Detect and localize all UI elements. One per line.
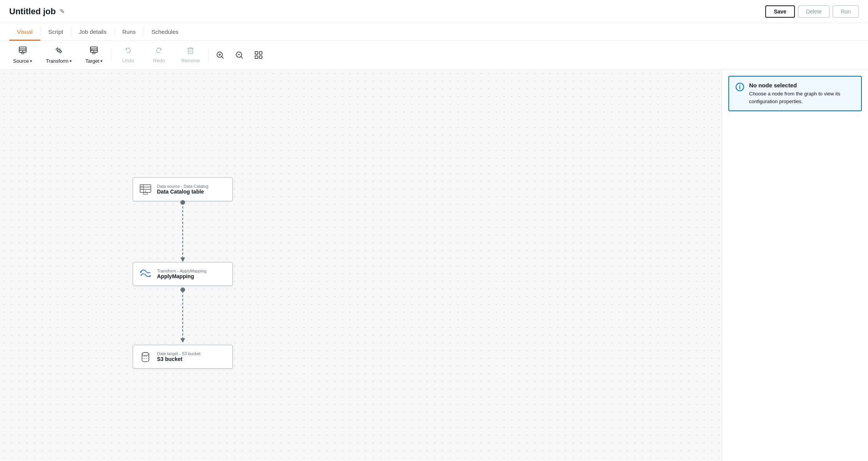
svg-line-22 (241, 57, 243, 58)
data-catalog-icon (139, 182, 152, 196)
toolbar-divider-1 (111, 48, 111, 62)
svg-rect-38 (141, 188, 142, 189)
header-buttons: Save Delete Run (765, 5, 859, 18)
svg-rect-37 (141, 185, 143, 187)
info-icon (735, 82, 744, 94)
transform-dropdown-arrow: ▾ (70, 59, 72, 63)
node1-content: Data source - Data Catalog Data Catalog … (157, 184, 208, 195)
svg-point-39 (140, 271, 142, 273)
source-dropdown-arrow: ▾ (30, 59, 32, 63)
node-data-catalog[interactable]: Data source - Data Catalog Data Catalog … (133, 177, 233, 201)
remove-label: Remove (181, 58, 200, 63)
svg-rect-23 (255, 52, 258, 54)
svg-rect-25 (255, 56, 258, 58)
redo-label: Redo (153, 58, 165, 63)
main-content: Data source - Data Catalog Data Catalog … (0, 70, 868, 461)
connector-dot-1 (180, 200, 185, 205)
node3-content: Data target - S3 bucket S3 bucket (157, 351, 200, 362)
toolbar: Source ▾ Transform ▾ (0, 41, 868, 70)
canvas-svg (0, 70, 722, 461)
zoom-in-button[interactable] (210, 48, 230, 62)
svg-line-19 (222, 57, 224, 58)
header: Untitled job ✎ Save Delete Run (0, 0, 868, 23)
node-s3-bucket[interactable]: Data target - S3 bucket S3 bucket (133, 345, 233, 369)
svg-marker-30 (180, 338, 185, 343)
redo-icon (155, 47, 163, 56)
run-button[interactable]: Run (833, 5, 859, 18)
tab-schedules[interactable]: Schedules (144, 23, 186, 41)
connector-dot-2 (180, 287, 185, 292)
svg-rect-26 (259, 56, 262, 58)
info-panel: No node selected Choose a node from the … (722, 70, 868, 461)
no-node-selected-box: No node selected Choose a node from the … (728, 76, 862, 111)
transform-icon (55, 46, 63, 57)
delete-button[interactable]: Delete (798, 5, 830, 18)
canvas[interactable]: Data source - Data Catalog Data Catalog … (0, 70, 722, 461)
node2-name: ApplyMapping (157, 273, 207, 279)
target-dropdown-arrow: ▾ (100, 59, 102, 63)
source-toolbar-item[interactable]: Source ▾ (6, 44, 39, 66)
node-apply-mapping[interactable]: Transform - ApplyMapping ApplyMapping (133, 262, 233, 286)
edit-icon[interactable]: ✎ (60, 8, 65, 15)
undo-icon (124, 47, 132, 56)
node3-type: Data target - S3 bucket (157, 351, 200, 356)
fit-view-button[interactable] (249, 48, 268, 62)
toolbar-divider-2 (209, 48, 209, 62)
svg-point-40 (149, 275, 151, 277)
job-title: Untitled job (9, 7, 56, 17)
node1-type: Data source - Data Catalog (157, 184, 208, 189)
tab-job-details[interactable]: Job details (71, 23, 114, 41)
info-title: No node selected (749, 82, 855, 89)
apply-mapping-icon (139, 267, 152, 281)
svg-rect-24 (259, 52, 262, 54)
target-label: Target (85, 58, 99, 64)
transform-toolbar-item[interactable]: Transform ▾ (39, 44, 78, 66)
node1-name: Data Catalog table (157, 189, 208, 195)
save-button[interactable]: Save (765, 5, 795, 18)
transform-label: Transform (46, 58, 68, 64)
undo-toolbar-item[interactable]: Undo (113, 44, 144, 66)
remove-toolbar-item[interactable]: Remove (174, 44, 207, 66)
zoom-out-button[interactable] (230, 48, 249, 62)
target-icon (90, 46, 98, 57)
tab-visual[interactable]: Visual (9, 23, 40, 41)
redo-toolbar-item[interactable]: Redo (144, 44, 174, 66)
remove-icon (187, 47, 194, 56)
node2-type: Transform - ApplyMapping (157, 269, 207, 273)
s3-icon (139, 350, 152, 364)
node3-name: S3 bucket (157, 356, 200, 362)
tabs: Visual Script Job details Runs Schedules (0, 23, 868, 41)
source-icon (18, 46, 27, 57)
target-toolbar-item[interactable]: Target ▾ (78, 44, 109, 66)
info-body: Choose a node from the graph to view its… (749, 90, 855, 105)
svg-point-46 (739, 85, 740, 86)
svg-marker-28 (180, 257, 185, 262)
node2-content: Transform - ApplyMapping ApplyMapping (157, 269, 207, 279)
tab-script[interactable]: Script (41, 23, 71, 41)
header-left: Untitled job ✎ (9, 7, 65, 17)
source-label: Source (13, 58, 29, 64)
info-text: No node selected Choose a node from the … (749, 82, 855, 105)
svg-point-41 (142, 352, 149, 356)
undo-label: Undo (122, 58, 134, 63)
tab-runs[interactable]: Runs (115, 23, 144, 41)
